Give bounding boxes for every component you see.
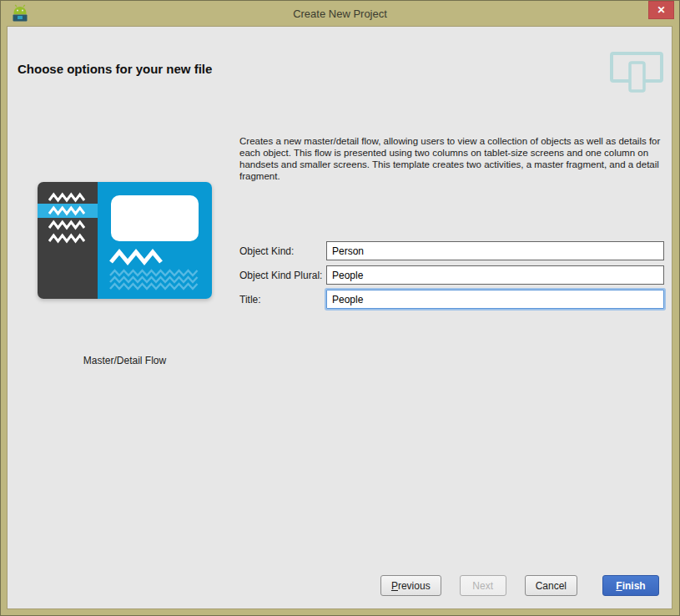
wizard-content: Choose options for your new file Creates… — [7, 26, 672, 609]
cancel-button[interactable]: Cancel — [525, 575, 577, 596]
previous-button[interactable]: Previous — [380, 575, 441, 596]
template-preview-image — [38, 182, 212, 299]
object-kind-plural-input[interactable] — [326, 265, 664, 285]
android-studio-icon — [10, 3, 30, 23]
template-name-label: Master/Detail Flow — [38, 355, 212, 366]
create-new-project-window: Create New Project ✕ Choose options for … — [0, 0, 680, 616]
object-kind-input[interactable] — [326, 241, 664, 260]
finish-button[interactable]: Finish — [602, 575, 659, 596]
object-kind-label: Object Kind: — [239, 245, 294, 257]
window-title: Create New Project — [293, 8, 387, 20]
wizard-button-bar: Previous Next Cancel Finish — [380, 575, 659, 596]
close-icon[interactable]: ✕ — [648, 1, 674, 19]
next-button[interactable]: Next — [460, 575, 506, 596]
titlebar[interactable]: Create New Project ✕ — [1, 1, 679, 26]
title-label: Title: — [239, 294, 261, 305]
title-input[interactable] — [326, 290, 664, 309]
tablet-phone-icon — [610, 52, 665, 97]
template-description: Creates a new master/detail flow, allowi… — [239, 135, 670, 182]
page-title: Choose options for your new file — [18, 62, 212, 76]
object-kind-plural-label: Object Kind Plural: — [239, 270, 322, 281]
